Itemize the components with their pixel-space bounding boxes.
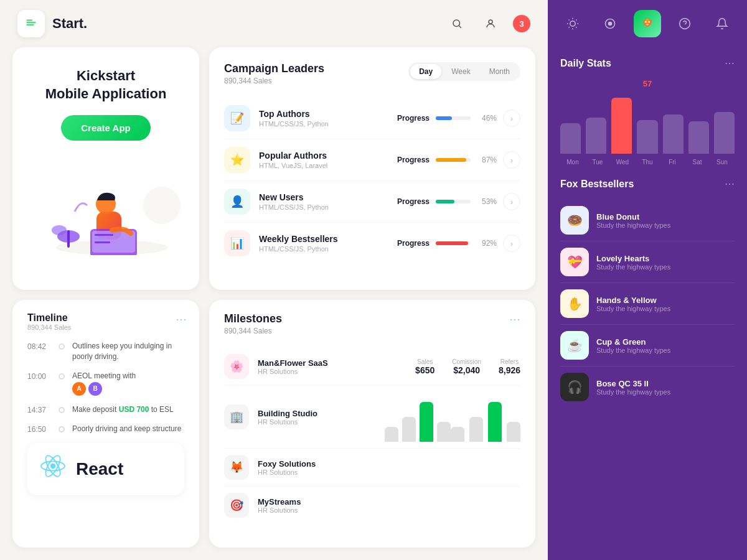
timeline-avatar: B xyxy=(88,382,102,396)
progress-bar xyxy=(436,116,452,120)
create-app-button[interactable]: Create App xyxy=(61,115,150,141)
progress-section: Progress 46% xyxy=(397,114,497,123)
tab-week[interactable]: Week xyxy=(443,64,479,79)
milestone-icon: 🏢 xyxy=(224,404,249,429)
campaign-icon: 📊 xyxy=(224,230,250,256)
sidebar-nav-bell[interactable] xyxy=(708,10,736,37)
svg-point-5 xyxy=(489,20,492,24)
campaign-icon: 📝 xyxy=(224,105,250,131)
campaign-tabs: Day Week Month xyxy=(408,62,520,81)
campaign-info: Popular Authors HTML, VueJS, Laravel xyxy=(259,151,397,169)
timeline-avatar: A xyxy=(72,382,86,396)
milestones-bar-chart xyxy=(451,392,520,442)
timeline-content: Poorly driving and keep structure xyxy=(72,424,181,434)
svg-point-3 xyxy=(453,20,460,27)
milestone-chart-bar xyxy=(469,417,483,442)
bestseller-subtitle: Study the highway types xyxy=(596,305,735,312)
chart-bar xyxy=(420,402,433,442)
timeline-item: 16:50 Poorly driving and keep structure xyxy=(27,424,184,434)
chart-bar-highlight xyxy=(611,98,632,154)
milestone-chart-bar xyxy=(451,427,464,442)
sidebar-nav-fox[interactable] xyxy=(634,10,661,37)
timeline-text-after: to ESL xyxy=(149,405,173,414)
timeline-dot xyxy=(59,426,65,432)
bestseller-name: Lovely Hearts xyxy=(596,254,735,263)
progress-label: Progress xyxy=(397,197,430,206)
main-area: Start. 3 Kickstart Mobile Application xyxy=(0,0,548,560)
campaign-header: Campaign Leaders 890,344 Sales Day Week … xyxy=(224,62,520,85)
chart-bar-wrap xyxy=(714,112,735,154)
timeline-text: AEOL meeting with xyxy=(72,371,136,380)
bestseller-subtitle: Study the highway types xyxy=(596,222,735,229)
campaign-row: ⭐ Popular Authors HTML, VueJS, Laravel P… xyxy=(224,139,520,181)
campaign-title-group: Campaign Leaders 890,344 Sales xyxy=(224,62,324,85)
search-icon[interactable] xyxy=(446,12,468,35)
bestseller-thumbnail: ✋ xyxy=(560,289,589,318)
chart-day-label: Thu xyxy=(635,159,660,166)
campaign-row-chevron[interactable]: › xyxy=(503,235,520,252)
campaign-name: Weekly Bestsellers xyxy=(259,234,397,244)
campaign-row-chevron[interactable]: › xyxy=(503,193,520,210)
tab-day[interactable]: Day xyxy=(410,64,441,79)
chart-bar-wrap xyxy=(611,98,632,154)
milestone-name: Building Studio xyxy=(258,409,372,418)
bestseller-subtitle: Study the highway types xyxy=(596,388,735,396)
progress-label: Progress xyxy=(397,239,430,248)
bestseller-thumbnail: ☕ xyxy=(560,331,589,360)
daily-stats-header: Daily Stats ⋯ xyxy=(560,57,735,69)
progress-percentage: 53% xyxy=(477,197,497,206)
milestone-chart-bar xyxy=(507,422,520,442)
campaign-row-chevron[interactable]: › xyxy=(503,151,520,169)
progress-bar-wrap xyxy=(436,116,471,120)
timeline-content: Outlines keep you indulging in poorly dr… xyxy=(72,341,184,362)
chart-peak-label: 57 xyxy=(643,79,652,88)
chart-bar-wrap xyxy=(560,123,581,154)
fox-bestsellers-options[interactable]: ⋯ xyxy=(725,178,735,190)
daily-stats-title: Daily Stats xyxy=(560,58,611,69)
timeline-item: 10:00 AEOL meeting with A B xyxy=(27,371,184,396)
sidebar-nav-help[interactable] xyxy=(671,10,698,37)
sidebar-nav-record[interactable] xyxy=(596,10,624,37)
campaign-tech: HTML, VueJS, Laravel xyxy=(259,162,397,169)
notification-badge[interactable]: 3 xyxy=(513,15,530,32)
timeline-card: ⋯ Timeline 890,344 Sales 08:42 Outlines … xyxy=(12,300,199,548)
chart-bar xyxy=(560,123,581,154)
chart-day-label: Mon xyxy=(560,159,585,166)
daily-stats-options[interactable]: ⋯ xyxy=(725,57,735,69)
bestseller-info: Hands & Yellow Study the highway types xyxy=(596,296,735,312)
commission-value: $2,040 xyxy=(452,365,481,375)
timeline-text: Make deposit xyxy=(72,405,119,414)
milestones-chart xyxy=(385,392,451,442)
bestseller-subtitle: Study the highway types xyxy=(596,347,735,354)
milestone-info: MyStreams HR Solutions xyxy=(258,497,520,514)
milestone-row: 🏢 Building Studio HR Solutions xyxy=(224,386,520,449)
sidebar-nav-idea[interactable] xyxy=(559,10,586,37)
milestone-type: HR Solutions xyxy=(258,506,520,514)
tab-month[interactable]: Month xyxy=(481,64,519,79)
campaign-name: New Users xyxy=(259,192,397,202)
milestone-type: HR Solutions xyxy=(258,368,415,375)
milestones-options-button[interactable]: ⋯ xyxy=(509,312,520,326)
svg-rect-16 xyxy=(95,241,110,243)
campaign-tech: HTML/CSS/JS, Python xyxy=(259,245,397,253)
timeline-time: 10:00 xyxy=(27,371,51,381)
svg-point-17 xyxy=(143,187,181,224)
chart-bar xyxy=(688,121,709,154)
bestseller-thumbnail: 🎧 xyxy=(560,373,589,401)
campaign-icon: 👤 xyxy=(224,189,250,215)
milestone-icon: 🌸 xyxy=(224,354,249,379)
user-icon[interactable] xyxy=(479,12,502,35)
campaign-icon: ⭐ xyxy=(224,147,250,173)
timeline-subtitle: 890,344 Sales xyxy=(27,324,184,331)
timeline-options-button[interactable]: ⋯ xyxy=(176,312,187,326)
chart-bar xyxy=(663,114,684,154)
campaign-title: Campaign Leaders xyxy=(224,62,324,75)
timeline-avatars: A B xyxy=(72,382,136,396)
progress-percentage: 46% xyxy=(477,114,497,123)
content-grid: Kickstart Mobile Application Create App xyxy=(0,47,548,560)
chart-bar xyxy=(385,427,398,442)
fox-bestsellers-header: Fox Bestsellers ⋯ xyxy=(560,178,735,190)
bestseller-name: Bose QC 35 II xyxy=(596,379,735,388)
campaign-row-chevron[interactable]: › xyxy=(503,110,520,127)
chart-day-label: Sun xyxy=(710,159,735,166)
